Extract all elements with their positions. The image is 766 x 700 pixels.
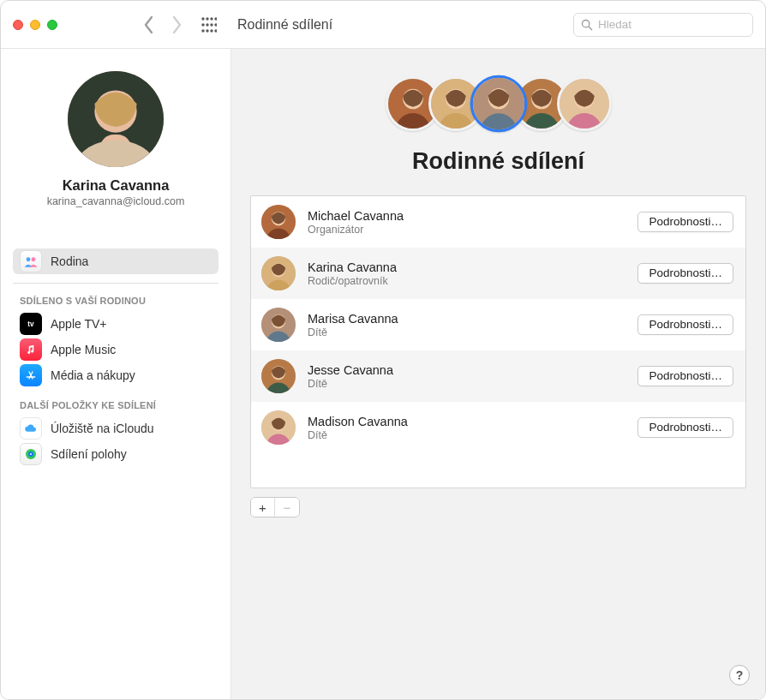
family-member-row[interactable]: Marisa Cavanna Dítě Podrobnosti… [251, 299, 745, 350]
member-role: Dítě [308, 429, 625, 441]
member-name: Madison Cavanna [308, 415, 625, 428]
sidebar-item-apple-music[interactable]: Apple Music [13, 337, 218, 362]
show-all-button[interactable] [201, 17, 217, 33]
member-role: Dítě [308, 326, 625, 338]
sidebar-item-label: Rodina [51, 254, 88, 268]
family-avatar[interactable] [470, 75, 527, 133]
member-text: Madison Cavanna Dítě [308, 415, 625, 441]
family-member-row[interactable]: Jesse Cavanna Dítě Podrobnosti… [251, 350, 745, 402]
member-text: Michael Cavanna Organizátor [308, 209, 625, 236]
svg-point-2 [210, 17, 212, 20]
svg-line-13 [589, 27, 592, 30]
member-avatar [261, 359, 296, 393]
member-name: Jesse Cavanna [308, 363, 625, 377]
body: Karina Cavanna karina_cavanna@icloud.com… [1, 49, 765, 699]
sidebar-item-family[interactable]: Rodina [13, 248, 218, 274]
member-avatar [261, 256, 296, 290]
family-members-table: Michael Cavanna Organizátor Podrobnosti…… [250, 195, 746, 488]
member-avatar [261, 308, 296, 342]
family-member-row[interactable]: Karina Cavanna Rodič/opatrovník Podrobno… [251, 248, 745, 299]
search-input[interactable] [598, 18, 745, 31]
sidebar-separator [13, 283, 218, 284]
window-controls [13, 20, 57, 30]
svg-point-0 [201, 17, 204, 20]
account-avatar[interactable] [68, 71, 164, 167]
svg-point-10 [210, 29, 212, 32]
titlebar: Rodinné sdílení [1, 1, 765, 49]
svg-point-7 [214, 23, 217, 26]
member-details-button[interactable]: Podrobnosti… [637, 212, 733, 232]
sidebar-item-label: Média a nákupy [51, 368, 135, 382]
member-details-button[interactable]: Podrobnosti… [637, 417, 733, 438]
sidebar-item-label: Apple Music [51, 343, 116, 356]
member-name: Michael Cavanna [308, 209, 625, 223]
forward-button[interactable] [171, 15, 183, 34]
app-store-icon [20, 364, 42, 386]
svg-point-3 [214, 17, 217, 20]
account-profile: Karina Cavanna karina_cavanna@icloud.com [13, 66, 218, 221]
sidebar-header-more: Další položky ke sdílení [13, 397, 218, 416]
member-avatar [261, 205, 296, 239]
svg-point-12 [582, 20, 589, 27]
member-avatar [261, 410, 296, 445]
content-pane: Rodinné sdílení Michael Cavanna Organizá… [231, 49, 765, 699]
svg-point-18 [32, 257, 36, 261]
family-avatar-row [250, 76, 746, 131]
add-remove-controls: + − [250, 497, 300, 518]
add-member-button[interactable]: + [251, 498, 275, 517]
svg-text:tv: tv [27, 320, 34, 328]
svg-point-8 [201, 29, 204, 32]
svg-point-5 [206, 23, 208, 26]
member-details-button[interactable]: Podrobnosti… [637, 314, 733, 335]
family-avatar[interactable] [557, 76, 612, 131]
sidebar-item-label: Sdílení polohy [51, 447, 127, 461]
account-email: karina_cavanna@icloud.com [47, 195, 185, 207]
svg-point-17 [27, 257, 31, 261]
svg-point-25 [30, 453, 32, 455]
zoom-window-button[interactable] [47, 20, 57, 30]
sidebar-item-location-sharing[interactable]: Sdílení polohy [13, 441, 218, 467]
search-field-wrapper[interactable] [573, 13, 753, 37]
member-details-button[interactable]: Podrobnosti… [637, 366, 733, 386]
svg-point-11 [214, 29, 217, 32]
member-name: Marisa Cavanna [308, 312, 625, 326]
member-role: Dítě [308, 378, 625, 390]
sidebar-item-icloud-storage[interactable]: Úložiště na iCloudu [13, 416, 218, 441]
sidebar-item-media-purchases[interactable]: Média a nákupy [13, 362, 218, 388]
history-nav [143, 15, 183, 34]
apple-tv-icon: tv [20, 313, 42, 335]
svg-point-6 [210, 23, 212, 26]
member-text: Karina Cavanna Rodič/opatrovník [308, 260, 625, 287]
member-details-button[interactable]: Podrobnosti… [637, 263, 733, 284]
sidebar-item-apple-tv[interactable]: tv Apple TV+ [13, 311, 218, 337]
family-icon [20, 250, 42, 272]
sidebar-item-label: Apple TV+ [51, 317, 107, 331]
member-role: Rodič/opatrovník [308, 275, 625, 287]
remove-member-button[interactable]: − [275, 498, 299, 517]
family-member-row[interactable]: Madison Cavanna Dítě Podrobnosti… [251, 402, 745, 453]
window-title: Rodinné sdílení [237, 17, 332, 33]
page-heading: Rodinné sdílení [250, 148, 746, 175]
svg-point-1 [206, 17, 208, 20]
close-window-button[interactable] [13, 20, 23, 30]
find-my-icon [20, 443, 42, 465]
cloud-icon [20, 417, 42, 440]
minimize-window-button[interactable] [30, 20, 40, 30]
member-name: Karina Cavanna [308, 260, 625, 274]
member-text: Marisa Cavanna Dítě [308, 312, 625, 338]
member-text: Jesse Cavanna Dítě [308, 363, 625, 390]
account-name: Karina Cavanna [63, 177, 170, 194]
sidebar-header-shared: Sdíleno s vaší rodinou [13, 292, 218, 311]
apple-music-icon [20, 338, 42, 361]
system-preferences-window: Rodinné sdílení Karina Cavanna [0, 0, 766, 700]
svg-point-4 [201, 23, 204, 26]
sidebar-item-label: Úložiště na iCloudu [51, 422, 154, 435]
svg-point-9 [206, 29, 208, 32]
help-button[interactable]: ? [729, 665, 750, 685]
member-role: Organizátor [308, 224, 625, 236]
family-member-row[interactable]: Michael Cavanna Organizátor Podrobnosti… [251, 196, 745, 248]
back-button[interactable] [143, 15, 154, 34]
sidebar: Karina Cavanna karina_cavanna@icloud.com… [1, 49, 231, 699]
search-icon [581, 19, 593, 31]
